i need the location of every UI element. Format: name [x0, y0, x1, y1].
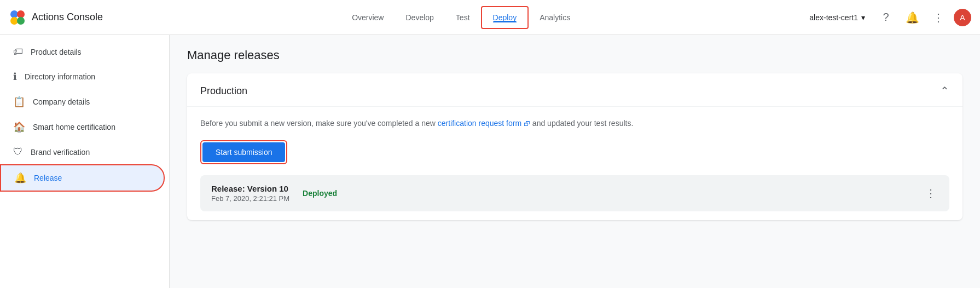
svg-point-3	[17, 17, 25, 25]
cert-link[interactable]: certification request form 🗗	[438, 119, 530, 128]
top-nav: Actions Console Overview Develop Test De…	[0, 0, 980, 35]
external-link-icon: 🗗	[524, 120, 530, 128]
release-info: Release: Version 10 Feb 7, 2020, 2:21:21…	[211, 184, 289, 203]
collapse-icon[interactable]: ⌃	[940, 84, 949, 97]
release-row: Release: Version 10 Feb 7, 2020, 2:21:21…	[200, 175, 949, 211]
sidebar-item-label: Company details	[33, 97, 90, 106]
svg-point-0	[10, 10, 18, 18]
shield-icon: 🛡	[13, 146, 23, 158]
start-submission-btn-wrapper: Start submission	[200, 140, 287, 164]
sidebar-item-smart-home-certification[interactable]: 🏠 Smart home certification	[0, 114, 165, 140]
nav-develop[interactable]: Develop	[395, 0, 444, 35]
nav-right: alex-test-cert1 ▾ ? 🔔 ⋮ A	[804, 7, 971, 28]
release-date: Feb 7, 2020, 2:21:21 PM	[211, 194, 289, 203]
sidebar-item-label: Release	[34, 174, 62, 182]
bell-icon: 🔔	[906, 11, 919, 24]
production-card: Production ⌃ Before you submit a new ver…	[187, 73, 962, 220]
deploy-underline	[493, 21, 517, 22]
help-icon: ?	[883, 11, 889, 24]
google-logo	[9, 9, 26, 26]
app-title: Actions Console	[32, 11, 103, 23]
release-left: Release: Version 10 Feb 7, 2020, 2:21:21…	[211, 184, 910, 203]
sidebar-item-product-details[interactable]: 🏷 Product details	[0, 39, 165, 64]
notifications-icon-btn[interactable]: 🔔	[901, 7, 923, 28]
release-more-icon[interactable]: ⋮	[923, 185, 938, 202]
avatar[interactable]: A	[954, 9, 971, 26]
nav-analytics[interactable]: Analytics	[529, 0, 581, 35]
sidebar-item-label: Product details	[31, 48, 82, 56]
nav-deploy[interactable]: Deploy	[481, 6, 529, 29]
home-icon: 🏠	[13, 121, 25, 133]
sidebar-item-label: Brand verification	[31, 148, 90, 157]
grid-icon: 📋	[13, 96, 25, 108]
production-title: Production	[200, 85, 247, 97]
account-name: alex-test-cert1	[809, 13, 858, 22]
main-content: Manage releases Production ⌃ Before you …	[170, 35, 980, 288]
sidebar-item-brand-verification[interactable]: 🛡 Brand verification	[0, 140, 165, 164]
production-header: Production ⌃	[187, 73, 962, 107]
sidebar-item-label: Directory information	[25, 72, 95, 81]
account-selector[interactable]: alex-test-cert1 ▾	[804, 10, 871, 25]
sidebar-item-directory-information[interactable]: ℹ Directory information	[0, 64, 165, 89]
more-options-icon-btn[interactable]: ⋮	[927, 7, 949, 28]
sidebar-item-company-details[interactable]: 📋 Company details	[0, 89, 165, 114]
help-icon-btn[interactable]: ?	[875, 7, 897, 28]
nav-test[interactable]: Test	[445, 0, 481, 35]
production-body: Before you submit a new version, make su…	[187, 107, 962, 175]
bell-sidebar-icon: 🔔	[14, 172, 26, 184]
svg-point-1	[17, 10, 25, 18]
info-icon: ℹ	[13, 71, 17, 83]
top-nav-links: Overview Develop Test Deploy Analytics	[118, 0, 804, 35]
tag-icon: 🏷	[13, 46, 23, 57]
layout: 🏷 Product details ℹ Directory informatio…	[0, 35, 980, 288]
release-status-badge: Deployed	[303, 189, 337, 198]
release-version: Release: Version 10	[211, 184, 289, 193]
svg-point-2	[10, 17, 18, 25]
sidebar: 🏷 Product details ℹ Directory informatio…	[0, 35, 170, 288]
production-description: Before you submit a new version, make su…	[200, 118, 949, 129]
chevron-down-icon: ▾	[861, 13, 865, 22]
sidebar-item-release[interactable]: 🔔 Release	[0, 164, 165, 192]
page-title: Manage releases	[187, 48, 962, 62]
more-vert-icon: ⋮	[933, 11, 944, 24]
start-submission-button[interactable]: Start submission	[202, 142, 285, 162]
sidebar-item-label: Smart home certification	[33, 123, 115, 131]
logo-area: Actions Console	[9, 9, 118, 26]
nav-overview[interactable]: Overview	[341, 0, 395, 35]
